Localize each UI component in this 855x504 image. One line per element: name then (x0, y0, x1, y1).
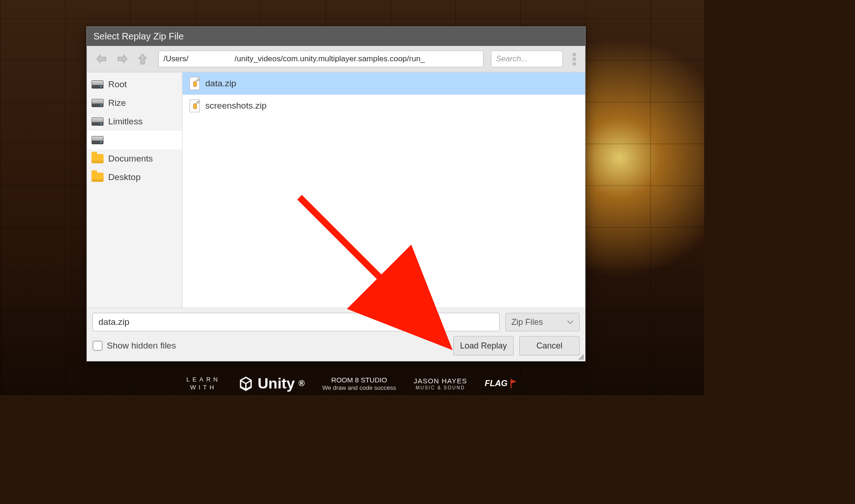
unity-cube-icon (238, 376, 254, 392)
select-replay-dialog: Select Replay Zip File RootRizeLimitless… (86, 26, 586, 362)
drive-icon (91, 97, 104, 109)
zip-file-icon (189, 99, 200, 112)
room8-tagline: We draw and code success (322, 384, 396, 392)
search-input[interactable] (491, 51, 563, 67)
flag-text: FLAG (485, 379, 508, 388)
folder-icon (91, 153, 104, 164)
with-label: WITH (190, 384, 216, 392)
jason-hayes-logo: JASON HAYES MUSIC & SOUND (414, 377, 467, 391)
filename-input[interactable] (92, 313, 500, 331)
cancel-button[interactable]: Cancel (519, 336, 580, 355)
flag-icon (509, 379, 518, 389)
nav-forward-button[interactable] (113, 51, 131, 67)
checkbox-box (92, 341, 103, 351)
zip-file-icon (189, 77, 200, 90)
flag-logo: FLAG (485, 379, 518, 389)
drive-icon (91, 135, 104, 146)
learn-label: LEARN (186, 376, 220, 384)
file-type-select[interactable]: Zip Files (505, 313, 580, 331)
resize-grip[interactable] (576, 352, 584, 360)
unity-logo: Unity® (238, 375, 305, 392)
dialog-title: Select Replay Zip File (87, 27, 585, 46)
file-row[interactable]: data.zip (183, 72, 585, 95)
room8-logo: ROOM 8 STUDIO We draw and code success (322, 376, 396, 392)
nav-up-button[interactable] (133, 51, 152, 67)
game-credits-bar: LEARN WITH Unity® ROOM 8 STUDIO We draw … (186, 375, 517, 392)
load-replay-button[interactable]: Load Replay (453, 336, 514, 355)
folder-icon (91, 172, 104, 183)
arrow-up-icon (137, 53, 148, 65)
learn-with-label: LEARN WITH (186, 376, 220, 392)
dialog-body: RootRizeLimitlessDocumentsDesktop data.z… (87, 72, 585, 308)
sidebar-item-documents[interactable]: Documents (87, 149, 182, 168)
toolbar-menu-button[interactable] (568, 51, 580, 67)
unity-text: Unity (258, 375, 295, 392)
sidebar-item-rize[interactable]: Rize (87, 94, 182, 112)
path-input[interactable] (158, 51, 483, 67)
sidebar-item-label: Documents (108, 154, 153, 164)
sidebar-item-label: Limitless (108, 116, 143, 127)
nav-back-button[interactable] (92, 51, 111, 67)
sidebar-item-label: Root (108, 79, 127, 90)
file-type-label: Zip Files (511, 317, 543, 327)
sidebar-item-limitless[interactable]: Limitless (87, 112, 182, 131)
dialog-toolbar (87, 46, 585, 72)
arrow-right-icon (116, 54, 128, 64)
room8-title: ROOM 8 STUDIO (322, 376, 396, 384)
file-list[interactable]: data.zipscreenshots.zip (183, 72, 585, 308)
jason-hayes-title: JASON HAYES (414, 377, 467, 385)
sidebar-item-blank[interactable] (87, 131, 182, 149)
sidebar-item-root[interactable]: Root (87, 75, 182, 94)
sidebar-item-desktop[interactable]: Desktop (87, 168, 182, 187)
dialog-footer: Zip Files Show hidden files Load Replay … (87, 308, 585, 361)
drive-icon (91, 116, 104, 127)
show-hidden-checkbox[interactable]: Show hidden files (92, 341, 176, 351)
file-name: data.zip (205, 78, 236, 89)
arrow-left-icon (96, 54, 108, 64)
chevron-down-icon (567, 320, 574, 324)
sidebar-item-label: Rize (108, 98, 126, 108)
show-hidden-label: Show hidden files (107, 341, 176, 351)
location-sidebar: RootRizeLimitlessDocumentsDesktop (87, 72, 183, 308)
file-name: screenshots.zip (205, 101, 267, 111)
sidebar-item-label: Desktop (108, 172, 141, 182)
file-row[interactable]: screenshots.zip (183, 95, 585, 117)
jason-hayes-tagline: MUSIC & SOUND (414, 385, 467, 391)
drive-icon (91, 79, 104, 90)
